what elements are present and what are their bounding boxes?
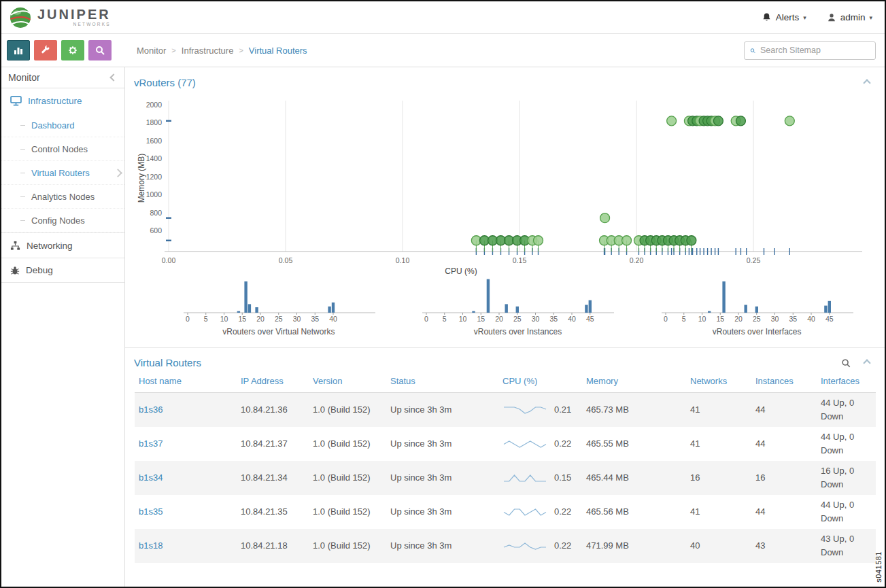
column-header-instances[interactable]: Instances (751, 373, 817, 393)
search-icon (750, 46, 755, 55)
column-header-networks[interactable]: Networks (686, 373, 751, 393)
column-header-memory[interactable]: Memory (582, 373, 686, 393)
cpu-cell: 0.22 (498, 529, 582, 563)
header-menus: Alerts ▾ admin ▾ (762, 12, 872, 22)
sitemap-search-input[interactable] (760, 46, 870, 55)
sidebar-item-label: Dashboard (31, 120, 75, 131)
column-header-status[interactable]: Status (386, 373, 498, 393)
cpu-sparkline (502, 404, 547, 415)
host-link[interactable]: b1s18 (139, 540, 163, 551)
instances-cell: 44 (751, 393, 817, 427)
sidebar-item-debug[interactable]: Debug (1, 258, 124, 283)
version-cell: 1.0 (Build 152) (309, 427, 386, 461)
sidebar-item-config-nodes[interactable]: Config Nodes (1, 209, 124, 232)
sidebar-item-label: Config Nodes (31, 215, 85, 226)
juniper-logo: Juniper NETWORKS (8, 5, 111, 30)
ip-cell: 10.84.21.35 (237, 495, 309, 529)
host-link[interactable]: b1s34 (139, 472, 163, 483)
column-header-host-name[interactable]: Host name (135, 373, 237, 393)
sidebar-item-dashboard[interactable]: Dashboard (1, 114, 124, 137)
column-header-ip-address[interactable]: IP Address (237, 373, 309, 393)
svg-text:20: 20 (256, 315, 265, 323)
sidebar-item-networking[interactable]: Networking (1, 232, 124, 258)
svg-text:0.10: 0.10 (396, 256, 410, 264)
chevron-down-icon: ▾ (803, 14, 806, 21)
svg-text:0: 0 (425, 315, 429, 323)
cpu-value: 0.22 (554, 437, 571, 451)
user-label: admin (840, 12, 866, 22)
svg-text:40: 40 (807, 315, 815, 323)
svg-text:30: 30 (292, 315, 301, 323)
svg-text:30: 30 (532, 315, 540, 323)
breadcrumb-infrastructure[interactable]: Infrastructure (182, 46, 234, 56)
status-cell: Up since 3h 3m (386, 461, 498, 495)
ip-cell: 10.84.21.37 (237, 427, 309, 461)
breadcrumb: Monitor > Infrastructure > Virtual Route… (125, 46, 744, 56)
svg-text:25: 25 (513, 315, 522, 323)
instances-cell: 43 (751, 529, 817, 563)
sitemap-search-box[interactable] (744, 41, 876, 60)
configure-tab-button[interactable] (34, 40, 57, 60)
sidebar: Monitor Infrastructure Dashboard (1, 67, 125, 587)
memory-cpu-scatter-chart[interactable]: 6008001000120014001600180020000.000.050.… (135, 94, 879, 276)
table-tools (841, 358, 870, 368)
vrouters-table-body: b1s3610.84.21.361.0 (Build 152)Up since … (135, 393, 876, 563)
networks-cell: 41 (686, 427, 751, 461)
column-header-version[interactable]: Version (309, 373, 386, 393)
collapse-panel-icon[interactable] (863, 79, 870, 86)
svg-text:CPU (%): CPU (%) (445, 266, 477, 276)
host-cell: b1s37 (135, 427, 237, 461)
table-search-icon[interactable] (841, 358, 851, 368)
main-content: vRouters (77) 60080010001200140016001800… (125, 67, 885, 587)
query-tab-button[interactable] (88, 40, 112, 60)
sidebar-item-infrastructure[interactable]: Infrastructure (1, 88, 124, 114)
version-cell: 1.0 (Build 152) (309, 495, 386, 529)
status-cell: Up since 3h 3m (386, 427, 498, 461)
svg-text:5: 5 (443, 315, 447, 323)
table-row-b1s34: b1s3410.84.21.341.0 (Build 152)Up since … (135, 461, 876, 495)
user-menu[interactable]: admin ▾ (827, 12, 872, 22)
cpu-cell: 0.22 (498, 495, 582, 529)
svg-text:5: 5 (204, 315, 208, 323)
bug-icon (10, 266, 20, 275)
breadcrumb-monitor[interactable]: Monitor (137, 46, 166, 56)
virtual-networks-histogram-chart[interactable]: 0510152025303540 (177, 279, 381, 324)
host-link[interactable]: b1s37 (139, 438, 163, 449)
collapse-sidebar-icon[interactable] (109, 73, 117, 81)
monitor-tab-button[interactable] (7, 40, 30, 60)
settings-tab-button[interactable] (61, 40, 84, 60)
svg-text:10: 10 (459, 315, 467, 323)
vrouters-panel-header: vRouters (77) (125, 67, 885, 94)
sidebar-item-control-nodes[interactable]: Control Nodes (1, 137, 124, 161)
search-icon (95, 45, 105, 56)
column-header-cpu-[interactable]: CPU (%) (498, 373, 582, 393)
chevron-down-icon: ▾ (869, 14, 872, 21)
svg-text:35: 35 (311, 315, 319, 323)
table-row-b1s36: b1s3610.84.21.361.0 (Build 152)Up since … (135, 393, 876, 427)
host-cell: b1s34 (135, 461, 237, 495)
memory-cell: 465.73 MB (582, 393, 686, 427)
svg-text:40: 40 (568, 315, 577, 323)
sidebar-item-analytics-nodes[interactable]: Analytics Nodes (1, 185, 124, 209)
interfaces-histogram-chart[interactable]: 051015202530354045 (655, 279, 859, 324)
cpu-value: 0.22 (554, 505, 571, 519)
host-link[interactable]: b1s36 (139, 404, 163, 415)
cpu-value: 0.21 (554, 403, 571, 417)
column-header-interfaces[interactable]: Interfaces (817, 373, 876, 393)
brand-text: Juniper NETWORKS (37, 7, 111, 27)
collapse-table-icon[interactable] (863, 359, 870, 366)
figure-watermark: s041581 (874, 551, 883, 583)
breadcrumb-virtual-routers[interactable]: Virtual Routers (249, 46, 307, 56)
user-icon (827, 13, 836, 22)
cpu-cell: 0.22 (498, 427, 582, 461)
instances-histogram-chart[interactable]: 051015202530354045 (415, 279, 619, 324)
table-row-b1s18: b1s1810.84.21.181.0 (Build 152)Up since … (135, 529, 876, 563)
alerts-menu[interactable]: Alerts ▾ (762, 12, 806, 22)
host-link[interactable]: b1s35 (139, 506, 163, 517)
table-row-b1s35: b1s3510.84.21.351.0 (Build 152)Up since … (135, 495, 876, 529)
svg-text:35: 35 (550, 315, 558, 323)
wrench-icon (40, 45, 51, 56)
sidebar-item-label: Virtual Routers (31, 168, 90, 178)
sidebar-item-virtual-routers[interactable]: Virtual Routers (1, 161, 124, 185)
juniper-globe-icon (8, 5, 33, 30)
